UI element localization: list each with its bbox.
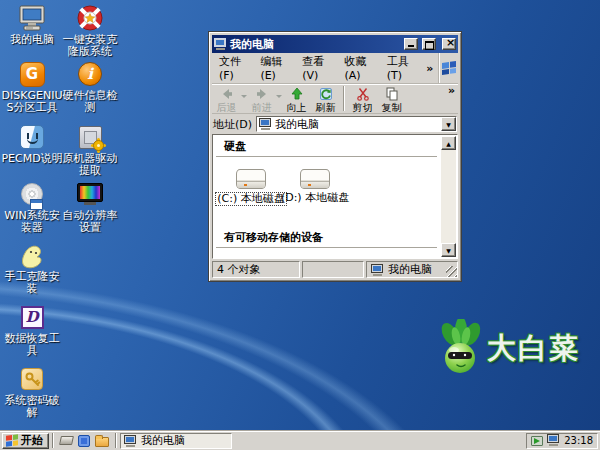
toolbar-separator bbox=[343, 86, 345, 111]
group-header-removable: 有可移动存储的设备 bbox=[216, 226, 437, 248]
start-flag-icon bbox=[6, 434, 18, 446]
tray-display-icon[interactable] bbox=[547, 434, 560, 446]
refresh-button[interactable]: 刷新 bbox=[311, 86, 340, 113]
quick-launch-app-icon[interactable] bbox=[78, 435, 90, 447]
desktop-icon-label: WIN系统安装器 bbox=[0, 210, 64, 234]
back-button[interactable]: 后退 bbox=[212, 86, 241, 113]
system-tray: 23:18 bbox=[526, 433, 598, 449]
desktop-icon-my-computer[interactable]: 我的电脑 bbox=[0, 4, 64, 46]
desktop-icon-manual-ghost[interactable]: 手工克隆安装 bbox=[0, 241, 64, 295]
info-icon bbox=[78, 60, 102, 88]
dabaicai-brand-logo: 大白菜 bbox=[438, 319, 580, 378]
desktop-icon-label: 原机器驱动提取 bbox=[58, 153, 122, 177]
taskbar-separator bbox=[52, 433, 54, 448]
copy-button[interactable]: 复制 bbox=[377, 86, 406, 113]
my-computer-icon bbox=[18, 4, 46, 32]
taskbar-clock: 23:18 bbox=[564, 435, 593, 446]
menu-file[interactable]: 文件(F) bbox=[212, 53, 253, 83]
desktop-background: 我的电脑 一键安装克隆版系统 DISKGENIUS分区工具 硬件信息检测 PEC… bbox=[0, 0, 600, 430]
menu-edit[interactable]: 编辑(E) bbox=[253, 53, 295, 83]
status-computer-icon bbox=[371, 264, 384, 276]
minimize-button[interactable] bbox=[404, 38, 418, 50]
cut-button[interactable]: 剪切 bbox=[348, 86, 377, 113]
menu-bar: 文件(F) 编辑(E) 查看(V) 收藏(A) 工具(T) » bbox=[212, 53, 458, 84]
desktop-icon-hardware-info[interactable]: 硬件信息检测 bbox=[58, 60, 122, 114]
desktop-icon-label: 手工克隆安装 bbox=[0, 271, 64, 295]
menu-view[interactable]: 查看(V) bbox=[295, 53, 337, 83]
ghost-icon bbox=[20, 241, 44, 269]
back-arrow-icon bbox=[219, 86, 235, 102]
key-icon bbox=[21, 365, 43, 393]
address-dropdown-button[interactable] bbox=[441, 117, 456, 131]
desktop-icon-label: 硬件信息检测 bbox=[58, 90, 122, 114]
desktop-icon-label: PECMD说明 bbox=[1, 153, 62, 165]
brand-text: 大白菜 bbox=[487, 329, 580, 369]
status-location: 我的电脑 bbox=[388, 262, 432, 277]
toolbar: 后退 前进 向上 刷新 剪切 复制 bbox=[212, 84, 458, 114]
window-title: 我的电脑 bbox=[230, 37, 400, 52]
window-title-computer-icon bbox=[214, 38, 227, 50]
start-label: 开始 bbox=[21, 433, 43, 448]
drive-label: (C:) 本地磁盘 bbox=[215, 192, 286, 206]
maximize-button[interactable] bbox=[422, 38, 436, 50]
desktop-icon-diskgenius[interactable]: DISKGENIUS分区工具 bbox=[0, 60, 64, 114]
forward-arrow-icon bbox=[254, 86, 270, 102]
drive-item-d[interactable]: (D:) 本地磁盘 bbox=[283, 169, 347, 206]
scissors-icon bbox=[355, 86, 371, 102]
desktop-icon-driver-extract[interactable]: 原机器驱动提取 bbox=[58, 123, 122, 177]
toolbar-overflow-chevron[interactable]: » bbox=[448, 84, 455, 97]
quick-launch-bar bbox=[57, 435, 112, 447]
close-button[interactable] bbox=[442, 38, 456, 50]
desktop-icon-password-crack[interactable]: 系统密码破解 bbox=[0, 365, 64, 419]
my-computer-window: 我的电脑 文件(F) 编辑(E) 查看(V) 收藏(A) 工具(T) » 后退 bbox=[208, 31, 462, 282]
up-button[interactable]: 向上 bbox=[282, 86, 311, 113]
diskgenius-icon bbox=[20, 60, 45, 88]
address-bar: 地址(D) 我的电脑 bbox=[212, 114, 458, 134]
address-combobox[interactable]: 我的电脑 bbox=[256, 116, 457, 132]
vertical-scrollbar[interactable]: ▲ ▼ bbox=[441, 136, 456, 257]
scroll-down-button[interactable]: ▼ bbox=[441, 243, 456, 257]
address-label: 地址(D) bbox=[213, 117, 252, 132]
address-value: 我的电脑 bbox=[275, 117, 319, 132]
desktop-icon-data-recovery[interactable]: 数据恢复工具 bbox=[0, 303, 64, 357]
show-desktop-icon[interactable] bbox=[59, 436, 74, 445]
cd-window-icon bbox=[21, 180, 43, 208]
menu-favorites[interactable]: 收藏(A) bbox=[337, 53, 379, 83]
copy-pages-icon bbox=[384, 86, 400, 102]
desktop-icon-auto-resolution[interactable]: 自动分辨率设置 bbox=[58, 180, 122, 234]
tray-network-icon[interactable] bbox=[531, 436, 543, 446]
desktop-icon-label: 自动分辨率设置 bbox=[58, 210, 122, 234]
face-icon bbox=[20, 123, 44, 151]
desktop-icon-pecmd-help[interactable]: PECMD说明 bbox=[0, 123, 64, 165]
taskbar: 开始 我的电脑 23:18 bbox=[0, 430, 600, 450]
status-middle-panel bbox=[302, 261, 364, 278]
hard-drive-icon bbox=[300, 169, 330, 189]
menu-overflow-chevron[interactable]: » bbox=[421, 62, 438, 75]
window-titlebar[interactable]: 我的电脑 bbox=[212, 35, 458, 53]
scroll-up-button[interactable]: ▲ bbox=[441, 136, 456, 150]
desktop-icon-win-installer[interactable]: WIN系统安装器 bbox=[0, 180, 64, 234]
status-bar: 4 个对象 我的电脑 bbox=[212, 259, 458, 278]
task-label: 我的电脑 bbox=[141, 433, 185, 448]
hard-drive-icon bbox=[236, 169, 266, 189]
hard-disk-row: (C:) 本地磁盘 (D:) 本地磁盘 bbox=[219, 169, 440, 206]
address-computer-icon bbox=[259, 118, 272, 130]
drive-item-c[interactable]: (C:) 本地磁盘 bbox=[219, 169, 283, 206]
resize-grip[interactable] bbox=[446, 266, 457, 277]
forward-button[interactable]: 前进 bbox=[247, 86, 276, 113]
desktop-icon-label: 一键安装克隆版系统 bbox=[58, 34, 122, 58]
desktop-icon-onekey-install[interactable]: 一键安装克隆版系统 bbox=[58, 4, 122, 58]
desktop-icon-label: 数据恢复工具 bbox=[0, 333, 64, 357]
cabbage-mascot-icon bbox=[438, 319, 484, 378]
task-button-my-computer[interactable]: 我的电脑 bbox=[120, 433, 232, 449]
task-computer-icon bbox=[124, 435, 137, 447]
quick-launch-folder-icon[interactable] bbox=[95, 437, 109, 447]
monitor-rainbow-icon bbox=[77, 180, 103, 208]
menu-tools[interactable]: 工具(T) bbox=[380, 53, 422, 83]
drive-label: (D:) 本地磁盘 bbox=[281, 192, 349, 204]
status-object-count: 4 个对象 bbox=[212, 261, 300, 278]
start-button[interactable]: 开始 bbox=[2, 433, 49, 449]
desktop-icon-label: 我的电脑 bbox=[10, 34, 54, 46]
status-location-panel: 我的电脑 bbox=[366, 261, 458, 278]
group-header-hard-disks: 硬盘 bbox=[216, 135, 437, 157]
